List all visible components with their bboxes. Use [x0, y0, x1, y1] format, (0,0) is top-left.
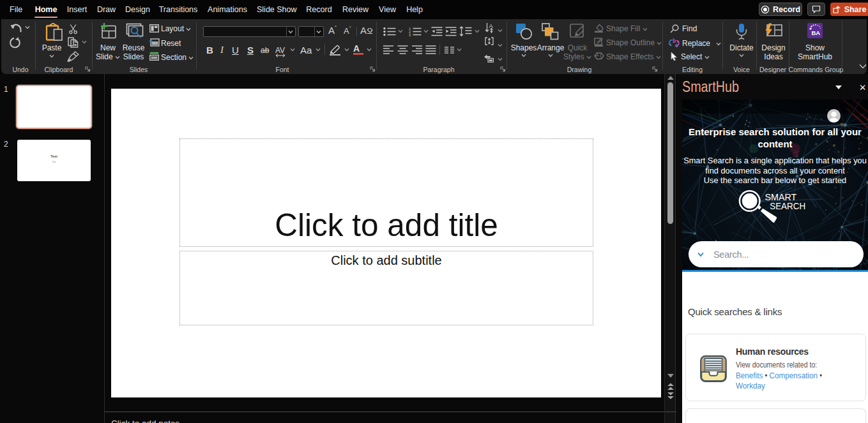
- svg-text:3: 3: [409, 33, 411, 36]
- svg-text:BA: BA: [812, 29, 821, 36]
- svg-text:A: A: [489, 22, 494, 29]
- svg-text:SEARCH: SEARCH: [770, 200, 805, 211]
